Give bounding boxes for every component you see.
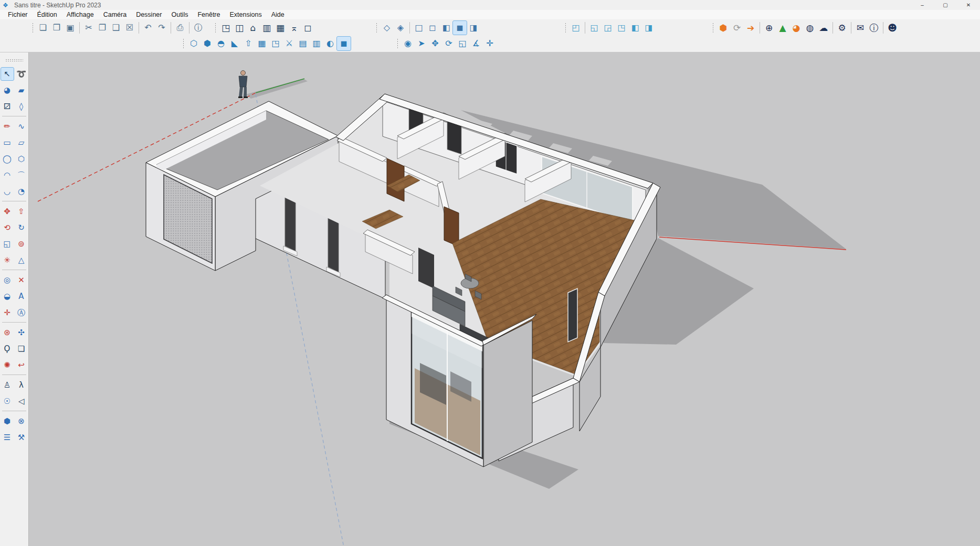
model-info-button[interactable]: ⓘ [192,21,205,35]
axes-tool-button[interactable]: ✛ [1,306,14,319]
plugin-cut-tool-button[interactable]: ⊗ [15,415,28,427]
arc-tool-button[interactable]: ◠ [1,169,14,181]
tool-mirror-button[interactable]: ◐ [323,37,337,50]
monochrome-button[interactable]: ◨ [467,21,480,35]
tool-corner-button[interactable]: ◣ [228,37,241,50]
menu-outils[interactable]: Outils [166,10,193,19]
undo-button[interactable]: ↶ [141,21,155,35]
tool-panel-button[interactable]: ▤ [296,37,310,50]
line-tool-button[interactable]: ✏ [1,120,14,133]
axes-button[interactable]: ✛ [483,37,497,50]
tool-grid-tilt-button[interactable]: ▦ [255,37,269,50]
cloud-upload-button[interactable]: ☁ [817,21,830,35]
plugin-loader-button[interactable]: ➔ [744,21,757,35]
cut-button[interactable]: ✂ [82,21,96,35]
profile-button[interactable]: ☻ [886,21,899,35]
new-document-button[interactable]: ❏ [36,21,50,35]
rectangle-tool-button[interactable]: ▭ [1,136,14,149]
wall-button[interactable]: ◻ [301,21,314,35]
trees-button[interactable]: ▲ [776,21,789,35]
viewport[interactable] [29,52,980,546]
toolbar-drag-handle[interactable] [214,22,217,34]
add-plugin-button[interactable]: ⊕ [762,21,776,35]
paint-bucket-tool-button[interactable]: ◕ [1,84,14,97]
menu-extensions[interactable]: Extensions [225,10,267,19]
tool-box-button[interactable]: ◼ [337,37,351,50]
delete-button[interactable]: ☒ [123,21,136,35]
orbit-tool-button[interactable]: ⊛ [1,326,14,339]
eraser-tool-button[interactable]: ▰ [15,84,28,97]
trim-button[interactable]: ◧ [628,21,642,35]
minimize-button[interactable]: – [911,0,934,10]
move-tool-button[interactable]: ✥ [1,205,14,218]
move-button[interactable]: ✥ [428,37,442,50]
text-tool-button[interactable]: A [15,290,28,303]
scale-button[interactable]: ◱ [456,37,469,50]
tape-measure-button[interactable]: ∡ [469,37,483,50]
menu-dessiner[interactable]: Dessiner [131,10,166,19]
xray-button[interactable]: ◇ [380,21,394,35]
follow-me-tool-button[interactable]: ↻ [15,221,28,234]
menu-fentre[interactable]: Fenêtre [193,10,225,19]
intersect-button[interactable]: ◱ [587,21,601,35]
sketchucation-store-button[interactable]: ⬢ [716,21,730,35]
globe-button[interactable]: ◍ [803,21,817,35]
open-button[interactable]: ❒ [50,21,64,35]
shaded-button[interactable]: ◧ [439,21,453,35]
axes-tool-tool-button[interactable]: ✳ [1,254,14,266]
house-button[interactable]: ⌂ [246,21,260,35]
refresh-button[interactable]: ⟳ [730,21,744,35]
toolbar-drag-handle[interactable] [375,22,378,34]
sidebar-drag-handle[interactable] [5,59,23,61]
menu-aide[interactable]: Aide [267,10,289,19]
tag-tool-button[interactable]: ◊ [15,100,28,113]
eye-tool-button[interactable]: ◁ [15,395,28,408]
maximize-button[interactable]: ▢ [934,0,957,10]
pan-tool-button[interactable]: ✣ [15,326,28,339]
menu-camra[interactable]: Caméra [99,10,131,19]
close-button[interactable]: ✕ [957,0,980,10]
look-around-tool-button[interactable]: ☉ [1,395,14,408]
three-point-arc-tool-button[interactable]: ◡ [1,185,14,198]
tool-panels-button[interactable]: ▥ [310,37,323,50]
print-button[interactable]: ⎙ [173,21,187,35]
tool-sphere-button[interactable]: ◓ [214,37,228,50]
zoom-window-tool-button[interactable]: ❏ [15,342,28,355]
plugin-gear-tool-button[interactable]: ⚒ [15,431,28,444]
menu-dition[interactable]: Édition [33,10,62,19]
window-button[interactable]: ▥ [260,21,273,35]
paste-button[interactable]: ❑ [109,21,123,35]
components-tool-button[interactable]: ⚂ [1,100,14,113]
two-point-arc-tool-button[interactable]: ⌒ [15,169,28,181]
menu-affichage[interactable]: Affichage [62,10,99,19]
position-camera-tool-button[interactable]: ♙ [1,379,14,391]
protractor-tool-button[interactable]: ◒ [1,290,14,303]
redo-button[interactable]: ↷ [155,21,168,35]
dimensions-tool-button[interactable]: ✕ [15,274,28,286]
drape-tool-button[interactable]: △ [15,254,28,266]
union-button[interactable]: ◲ [601,21,615,35]
toolbar-drag-handle[interactable] [182,38,185,49]
cabinet-button[interactable]: ▦ [273,21,287,35]
tool-frame-button[interactable]: ◳ [269,37,282,50]
toolbar-drag-handle[interactable] [564,22,567,34]
rotate-button[interactable]: ⟳ [442,37,456,50]
follow-me-button[interactable]: ◉ [401,37,415,50]
tool-shield-button[interactable]: ⬡ [187,37,201,50]
toolbar-drag-handle[interactable] [712,22,714,34]
roof-button[interactable]: ⌅ [287,21,301,35]
back-edges-button[interactable]: ◈ [394,21,407,35]
freehand-tool-button[interactable]: ∿ [15,120,28,133]
shaded-with-textures-button[interactable]: ◼ [453,21,467,35]
messages-button[interactable]: ✉ [853,21,867,35]
copy-button[interactable]: ❐ [96,21,109,35]
circle-tool-button[interactable]: ◯ [1,153,14,165]
zoom-previous-tool-button[interactable]: ↩ [15,359,28,371]
paint-bucket-button[interactable]: ◳ [219,21,233,35]
tool-cube-grid-button[interactable]: ⬢ [201,37,214,50]
menu-fichier[interactable]: Fichier [3,10,33,19]
toolbar-drag-handle[interactable] [31,22,34,34]
door-button[interactable]: ◫ [233,21,246,35]
wireframe-button[interactable]: □ [412,21,426,35]
save-button[interactable]: ▣ [64,21,77,35]
